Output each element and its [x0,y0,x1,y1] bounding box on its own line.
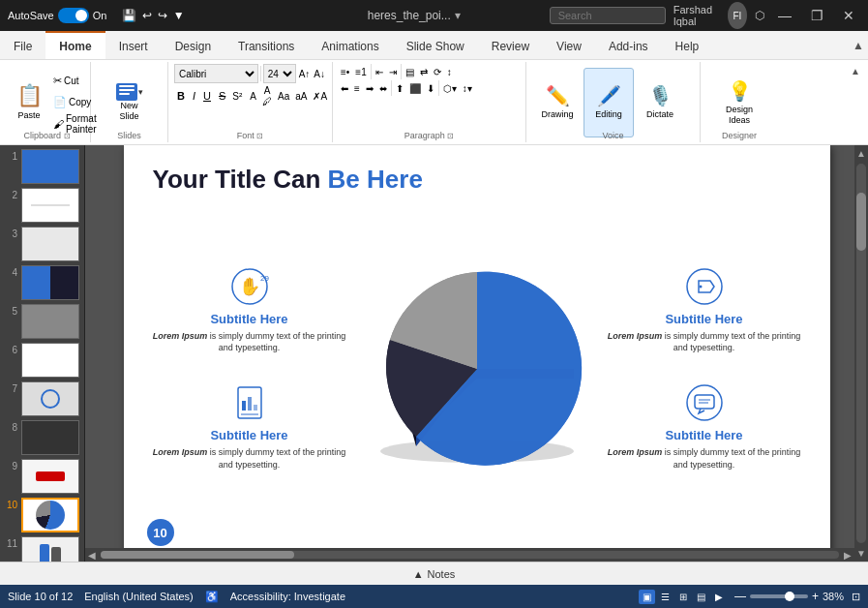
font-size-select[interactable]: 24 [263,64,296,83]
hscroll-thumb[interactable] [101,551,294,559]
dictate-button[interactable]: 🎙️ Dictate [635,68,685,137]
scroll-down-button[interactable]: ▼ [853,545,868,562]
arrange-button[interactable]: ↕▾ [461,82,474,95]
maximize-button[interactable]: ❐ [805,6,829,25]
ribbon-collapse-icon[interactable]: ▲ [853,39,864,52]
normal-view-button[interactable]: ▣ [639,590,655,604]
slide-thumb-9[interactable]: 9 [4,459,80,494]
design-ideas-button[interactable]: 💡 DesignIdeas [706,68,772,137]
text-direction[interactable]: ⇄ [418,66,430,78]
slide-thumb-8[interactable]: 8 [4,420,80,455]
tab-insert[interactable]: Insert [105,31,162,59]
share-icon[interactable]: ⬡ [755,9,764,22]
shadow-button[interactable]: S² [230,90,244,103]
font-family-select[interactable]: Calibri [174,64,258,83]
tab-file[interactable]: File [0,31,45,59]
justify[interactable]: ⬌ [377,82,389,95]
line-spacing[interactable]: ↕ [445,66,454,78]
scroll-right-button[interactable]: ▶ [841,550,854,561]
slide-canvas[interactable]: Your Title Can Be Here ✋ 29% [124,145,830,562]
numbering-button[interactable]: ≡1 [353,66,368,78]
bullets-button[interactable]: ≡• [339,66,351,78]
align-top[interactable]: ⬆ [394,82,405,95]
accessibility-info[interactable]: Accessibility: Investigate [230,591,345,602]
paragraph-label: Paragraph ⊡ [333,131,525,140]
right-subtitle-1: Subtitle Here [608,312,801,326]
presenter-view-button[interactable]: ▶ [711,590,727,604]
new-slide-button[interactable]: ▾ NewSlide [97,68,162,137]
autosave-toggle[interactable]: AutoSave On [8,8,106,23]
autosave-pill[interactable] [58,8,89,23]
search-input[interactable] [550,7,666,24]
tab-transitions[interactable]: Transitions [224,31,308,59]
slide-thumb-7[interactable]: 7 [4,381,80,416]
slide-thumb-2[interactable]: 2 [4,188,80,223]
align-center[interactable]: ≡ [352,82,362,95]
align-middle[interactable]: ⬛ [407,82,423,95]
underline-button[interactable]: U [200,89,214,103]
bold-button[interactable]: B [174,89,188,103]
decrease-indent[interactable]: ⇤ [374,66,385,78]
minimize-button[interactable]: — [772,6,797,25]
scroll-up-button[interactable]: ▲ [853,145,868,162]
dropdown-arrow[interactable]: ▾ [455,9,461,22]
tab-review[interactable]: Review [478,31,543,59]
font-grow-button[interactable]: A↑ [298,68,312,80]
paste-button[interactable]: 📋 Paste [10,68,48,137]
tab-slideshow[interactable]: Slide Show [393,31,478,59]
align-left[interactable]: ⬅ [339,82,350,95]
scroll-left-button[interactable]: ◀ [85,550,99,561]
reading-view-button[interactable]: ▤ [693,590,709,604]
scroll-thumb[interactable] [856,193,866,251]
align-bottom[interactable]: ⬇ [425,82,436,95]
zoom-slider[interactable] [750,594,808,598]
avatar[interactable]: FI [728,2,747,29]
collapse-arrow[interactable]: ▲ [851,66,860,76]
outline-view-button[interactable]: ☰ [657,590,673,604]
columns-button[interactable]: ▤ [404,66,416,78]
divider4 [401,64,402,79]
tab-help[interactable]: Help [662,31,713,59]
slide-thumb-5[interactable]: 5 [4,304,80,339]
font-color-button[interactable]: A [248,90,258,103]
zoom-out-button[interactable]: — [734,590,746,603]
tab-design[interactable]: Design [162,31,224,59]
notes-bar[interactable]: ▲ Notes [0,562,868,585]
shapes-button[interactable]: ⬡▾ [441,82,459,95]
voice-buttons: ✏️ Drawing 🖊️ Editing 🎙️ Dictate [532,64,694,140]
tab-animations[interactable]: Animations [308,31,392,59]
increase-indent[interactable]: ⇥ [387,66,399,78]
italic-button[interactable]: I [190,89,198,103]
align-right[interactable]: ➡ [364,82,375,95]
tab-view[interactable]: View [543,31,595,59]
slide-thumb-6[interactable]: 6 [4,343,80,378]
zoom-level[interactable]: 38% [823,591,844,602]
tab-home[interactable]: Home [45,31,105,59]
strikethrough-button[interactable]: S [216,89,228,103]
highlight-button[interactable]: A🖊 [260,84,274,107]
font-shrink-button[interactable]: A↓ [313,68,326,80]
divider6 [438,80,439,96]
customize-icon[interactable]: ▼ [173,9,185,22]
undo-icon[interactable]: ↩ [142,9,152,22]
hscroll-track [101,551,839,559]
redo-icon[interactable]: ↪ [158,9,167,22]
slide-thumb-10[interactable]: 10 [4,498,80,532]
tab-addins[interactable]: Add-ins [595,31,662,59]
clear-format-button[interactable]: ✗A [311,90,329,103]
slide-thumb-4[interactable]: 4 [4,265,80,300]
editing-button[interactable]: 🖊️ Editing [584,68,634,137]
char-spacing-button[interactable]: Aa [276,90,291,103]
right-body-2: Lorem Ipsum is simply dummy text of the … [608,446,801,471]
zoom-in-button[interactable]: + [812,590,819,603]
drawing-button[interactable]: ✏️ Drawing [532,68,583,137]
slide-thumb-1[interactable]: 1 [4,149,80,184]
close-button[interactable]: ✕ [837,6,860,25]
change-case-button[interactable]: aA [293,90,309,103]
save-icon[interactable]: 💾 [122,9,136,22]
slide-thumb-11[interactable]: 11 [4,536,80,562]
slide-sorter-button[interactable]: ⊞ [675,590,691,604]
fit-slide-button[interactable]: ⊡ [852,591,860,603]
slide-thumb-3[interactable]: 3 [4,227,80,261]
convert-to-smart[interactable]: ⟳ [432,66,443,78]
